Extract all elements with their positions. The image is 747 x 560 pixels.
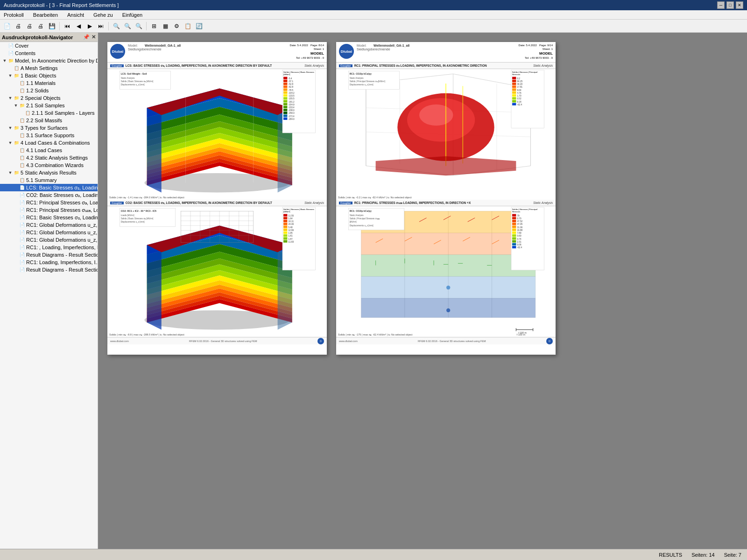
- page-footer-8: www.dlubal.com RFEM 6.02.0016 - General …: [107, 337, 327, 344]
- prev-page-button[interactable]: ◀: [73, 21, 84, 31]
- toggle-model: ▼: [2, 58, 7, 63]
- doc-icon-surface-supports: 📋: [19, 132, 25, 139]
- nav-item-co2-basic[interactable]: 📄 CO2: Basic Stresses σ₂, Loading, ...: [0, 191, 98, 199]
- nav-item-special[interactable]: ▼ 📁 2 Special Objects: [0, 94, 98, 102]
- nav-item-load-cases[interactable]: ▼ 📁 4 Load Cases & Combinations: [0, 139, 98, 147]
- nav-item-types-surfaces[interactable]: ▼ 📁 3 Types for Surfaces: [0, 124, 98, 132]
- nav-item-rc1-global3[interactable]: 📄 RC1: Global Deformations u_z, Loa...: [0, 236, 98, 244]
- nav-item-solids[interactable]: 📋 1.2 Solids: [0, 87, 98, 94]
- svg-text:LCS: Soil Weight - Soil: LCS: Soil Weight - Soil: [121, 72, 147, 75]
- nav-label-rc1-principal2: RC1: Principal Stresses σ₁₂₃, Loa...: [26, 207, 98, 213]
- zoom-out-button[interactable]: 🔍: [111, 21, 121, 31]
- nav-item-analysis-settings[interactable]: 📋 4.2 Static Analysis Settings: [0, 154, 98, 161]
- nav-item-rc1-principal[interactable]: 📄 RC1: Principal Stresses σ₃, Loadin...: [0, 199, 98, 206]
- nav-item-rc1-global2[interactable]: 📄 RC1: Global Deformations u_z, Loa...: [0, 229, 98, 236]
- nav-item-result-diagrams2[interactable]: 📄 Result Diagrams - Result Section ...: [0, 266, 98, 273]
- nav-item-soil-samples[interactable]: ▼ 📁 2.1 Soil Samples: [0, 102, 98, 109]
- nav-item-mesh[interactable]: 📋 A Mesh Settings: [0, 64, 98, 72]
- svg-text:1.81: 1.81: [288, 235, 292, 237]
- folder-icon-load: 📁: [13, 140, 20, 146]
- maximize-button[interactable]: □: [726, 1, 734, 9]
- svg-rect-46: [283, 103, 287, 105]
- svg-text:[kN/m²]: [kN/m²]: [350, 221, 357, 223]
- chart-footer-rc1v: Solids | min σ₂: -175 | max σ₂: -62.4 kN…: [338, 333, 412, 336]
- export-button[interactable]: 📋: [183, 21, 193, 31]
- subtitle-9: Siedlungsberechnende: [357, 48, 390, 51]
- menu-ansicht[interactable]: Ansicht: [65, 11, 86, 19]
- svg-text:0.60: 0.60: [517, 235, 521, 237]
- nav-label-static-results: 5 Static Analysis Results: [21, 170, 77, 175]
- svg-rect-152: [512, 94, 516, 97]
- svg-text:RC1: CO2/p kCs/py: RC1: CO2/p kCs/py: [350, 210, 372, 212]
- nav-close-icon[interactable]: ✕: [92, 34, 96, 40]
- svg-rect-113: [283, 237, 287, 239]
- section-label-9: MODEL: [539, 51, 553, 56]
- svg-text:47.52: 47.52: [517, 220, 522, 223]
- nav-label-surface-supports: 3.1 Surface Supports: [26, 133, 74, 138]
- nav-item-materials[interactable]: 📋 1.1 Materials: [0, 79, 98, 87]
- minimize-button[interactable]: ─: [717, 1, 725, 9]
- nav-item-cover[interactable]: 📄 Cover: [0, 42, 98, 49]
- menu-gehe-zu[interactable]: Gehe zu: [92, 11, 115, 19]
- svg-rect-48: [283, 106, 287, 108]
- fit-button[interactable]: ⊞: [149, 21, 159, 31]
- zoom-in-button[interactable]: 🔍: [134, 21, 144, 31]
- nav-item-lcs-basic[interactable]: 📄 LCS: Basic Stresses σ₂, Loading, I...: [0, 184, 98, 191]
- svg-text:11.55: 11.55: [288, 215, 294, 217]
- svg-text:-284.0: -284.0: [288, 118, 295, 120]
- first-page-button[interactable]: ⏮: [62, 21, 72, 31]
- title-text: Ausdruckprotokoll - [ 3 - Final Report S…: [4, 2, 119, 8]
- last-page-button[interactable]: ⏭: [96, 21, 106, 31]
- chart-co2: CO2: RC1 + IC2 - 30 * RC3 - IC5 Loads [k…: [107, 206, 327, 337]
- nav-label-mesh: A Mesh Settings: [21, 65, 58, 71]
- window-controls[interactable]: ─ □ ✕: [717, 1, 743, 9]
- zoom-button[interactable]: 🔍: [122, 21, 133, 31]
- nav-pin-icon[interactable]: 📌: [83, 34, 90, 40]
- print-button[interactable]: 🖨: [13, 21, 23, 31]
- new-button[interactable]: 📄: [2, 21, 12, 31]
- svg-text:Stresses: Stresses: [512, 73, 521, 76]
- svg-text:1.70: 1.70: [517, 95, 521, 97]
- nav-item-combination-wizards[interactable]: 📋 4.3 Combination Wizards: [0, 161, 98, 169]
- settings-button[interactable]: ⚙: [171, 21, 182, 31]
- nav-item-static-results[interactable]: ▼ 📁 5 Static Analysis Results: [0, 169, 98, 176]
- nav-item-result-diagrams[interactable]: 📄 Result Diagrams - Result Section ...: [0, 251, 98, 259]
- nav-item-surface-supports[interactable]: 📋 3.1 Surface Supports: [0, 132, 98, 139]
- nav-item-load-cases-list[interactable]: 📋 4.1 Load Cases: [0, 147, 98, 154]
- nav-item-rc1-loading[interactable]: 📄 RC1: , Loading, Imperfections, I...: [0, 244, 98, 251]
- nav-item-basic-objects[interactable]: ▼ 📁 1 Basic Objects: [0, 72, 98, 79]
- nav-item-rc1-principal2[interactable]: 📄 RC1: Principal Stresses σ₁₂₃, Loa...: [0, 206, 98, 214]
- menu-protokoll[interactable]: Protokoll: [2, 11, 26, 19]
- nav-header-icons[interactable]: 📌 ✕: [83, 34, 96, 40]
- layout-button[interactable]: ▦: [160, 21, 170, 31]
- print3-button[interactable]: 🖨: [35, 21, 46, 31]
- close-button[interactable]: ✕: [736, 1, 743, 9]
- nav-item-soil-layers[interactable]: 📋 2.1.1 Soil Samples - Layers: [0, 109, 98, 117]
- menu-einfuegen[interactable]: Einfügen: [120, 11, 144, 19]
- nav-item-model[interactable]: ▼ 📁 Model, In Axonometric Direction by D…: [0, 57, 98, 64]
- svg-text:-238.0: -238.0: [288, 109, 295, 112]
- header-info-9: Model: Wellenmodell_GA-1_all Siedlungsbe…: [357, 44, 519, 60]
- nav-item-rc1-global[interactable]: 📄 RC1: Global Deformations u_z, Loa...: [0, 221, 98, 229]
- menu-bearbeiten[interactable]: Bearbeiten: [31, 11, 60, 19]
- nav-item-summary[interactable]: 📋 5.1 Summary: [0, 176, 98, 184]
- nav-item-rc1-loading2[interactable]: 📄 RC1: Loading, Imperfections, I...: [0, 259, 98, 266]
- nav-item-rc1-basic2[interactable]: 📄 RC1: Basic Stresses σ₂, Loading, ...: [0, 214, 98, 221]
- save-button[interactable]: 💾: [47, 21, 57, 31]
- nav-item-soil-massifs[interactable]: 📋 2.2 Soil Massifs: [0, 117, 98, 124]
- doc-icon-rc1l2: 📄: [19, 259, 25, 266]
- navigator-header: Ausdruckprotokoll-Navigator 📌 ✕: [0, 33, 98, 42]
- nav-label-rc1-principal: RC1: Principal Stresses σ₃, Loadin...: [26, 200, 98, 206]
- svg-text:16.11: 16.11: [288, 220, 294, 223]
- svg-rect-154: [512, 97, 516, 99]
- chart-lcs: LCS: Soil Weight - Soil Static Analysis …: [107, 69, 327, 200]
- next-page-button[interactable]: ▶: [85, 21, 95, 31]
- nav-item-contents[interactable]: 📄 Contents: [0, 49, 98, 57]
- sheet-9: 1: [551, 48, 553, 50]
- nav-label-cover: Cover: [15, 43, 28, 49]
- svg-text:-78.5: -78.5: [288, 89, 293, 91]
- refresh-button[interactable]: 🔄: [194, 21, 204, 31]
- print2-button[interactable]: 🖨: [24, 21, 35, 31]
- folder-icon-special: 📁: [13, 95, 20, 101]
- svg-rect-109: [283, 231, 287, 234]
